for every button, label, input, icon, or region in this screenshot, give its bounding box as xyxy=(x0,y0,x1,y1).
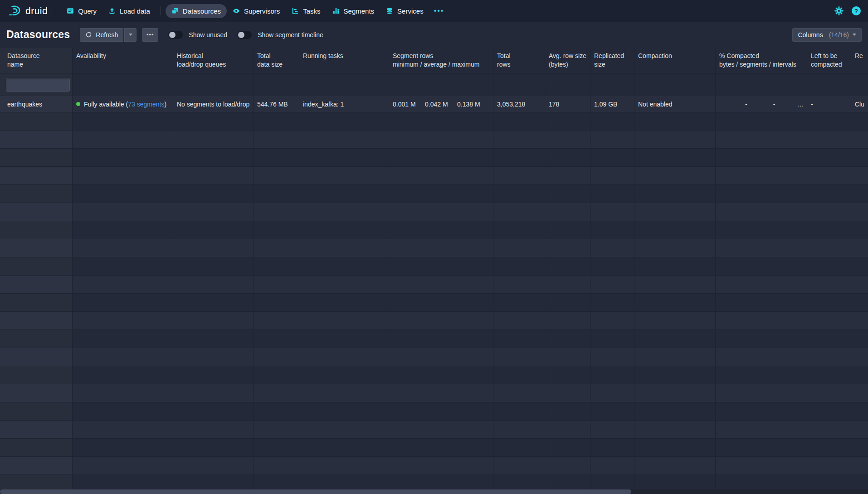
table-pad-cell xyxy=(851,457,868,475)
table-pad-cell xyxy=(254,112,299,130)
column-header-left-to-be[interactable]: Left to becompacted xyxy=(807,48,851,73)
table-pad-cell xyxy=(716,221,807,239)
toolbar-more-button[interactable]: ••• xyxy=(142,28,158,42)
nav-tab-label: Segments xyxy=(344,7,375,15)
table-pad-cell xyxy=(807,239,851,257)
table-pad-cell xyxy=(389,312,493,329)
table-pad-cell xyxy=(807,330,851,348)
column-header-re[interactable]: Re xyxy=(851,48,868,73)
filter-cell xyxy=(590,73,634,96)
table-pad-cell xyxy=(545,366,590,384)
table-pad-cell xyxy=(173,112,254,130)
page-title: Datasources xyxy=(6,29,70,41)
druid-logo[interactable]: druid xyxy=(8,5,48,17)
nav-tab-supervisors[interactable]: Supervisors xyxy=(227,4,286,18)
nav-tab-datasources[interactable]: Datasources xyxy=(166,4,227,18)
table-pad-cell xyxy=(0,185,73,203)
column-header-total[interactable]: Totalrows xyxy=(493,48,545,73)
column-header-replicated[interactable]: Replicatedsize xyxy=(590,48,634,73)
table-pad-cell xyxy=(590,330,634,348)
table-pad-cell xyxy=(73,384,173,402)
table-pad-cell xyxy=(634,239,716,257)
table-pad-cell xyxy=(299,439,389,456)
table-pad-cell xyxy=(634,348,716,366)
table-pad-cell xyxy=(590,112,634,130)
filter-cell xyxy=(545,73,590,96)
nav-tab-segments[interactable]: Segments xyxy=(327,4,380,18)
column-header-segment-rows[interactable]: Segment rowsminimum / average / maximum xyxy=(389,48,493,73)
table-pad-cell xyxy=(0,149,73,166)
horizontal-scrollbar-thumb[interactable] xyxy=(0,489,631,494)
table-pad-cell xyxy=(73,239,173,257)
datasources-table: DatasourcenameAvailabilityHistoricalload… xyxy=(0,48,868,494)
table-pad-cell xyxy=(299,112,389,130)
cell-total-rows: 3,053,218 xyxy=(493,96,545,112)
table-pad-cell xyxy=(299,294,389,311)
settings-gear-icon[interactable] xyxy=(834,6,844,15)
cell-total-data-size: 544.76 MB xyxy=(254,96,299,112)
segments-count-link[interactable]: 73 segments xyxy=(128,101,164,108)
table-pad-cell xyxy=(590,348,634,366)
table-row-earthquakes[interactable]: earthquakesFully available (73 segments)… xyxy=(0,96,868,112)
table-pad-row xyxy=(0,439,868,457)
table-pad-cell xyxy=(389,276,493,293)
table-pad-cell xyxy=(716,294,807,311)
show-segment-timeline-toggle[interactable]: Show segment timeline xyxy=(237,31,323,39)
column-header-availability[interactable]: Availability xyxy=(73,48,173,73)
table-pad-cell xyxy=(73,457,173,475)
table-pad-cell xyxy=(590,221,634,239)
table-pad-cell xyxy=(590,203,634,221)
table-pad-cell xyxy=(0,348,73,366)
table-pad-cell xyxy=(716,276,807,293)
nav-tab-query[interactable]: Query xyxy=(61,4,102,18)
table-pad-cell xyxy=(254,257,299,275)
datasource-name-filter-input[interactable] xyxy=(6,78,70,92)
table-pad-cell xyxy=(545,185,590,203)
table-pad-cell xyxy=(493,149,545,166)
refresh-button[interactable]: Refresh xyxy=(80,28,123,42)
table-pad-cell xyxy=(545,294,590,311)
refresh-interval-dropdown-button[interactable] xyxy=(124,28,137,42)
column-header-total[interactable]: Totaldata size xyxy=(254,48,299,73)
table-pad-cell xyxy=(807,149,851,166)
table-pad-cell xyxy=(73,276,173,293)
table-pad-cell xyxy=(299,366,389,384)
help-icon[interactable]: ? xyxy=(852,6,861,15)
table-pad-cell xyxy=(299,330,389,348)
table-pad-cell xyxy=(0,167,73,184)
show-unused-toggle[interactable]: Show unused xyxy=(168,31,227,39)
table-pad-cell xyxy=(0,239,73,257)
table-pad-cell xyxy=(493,402,545,420)
column-header-avg-row-size[interactable]: Avg. row size(bytes) xyxy=(545,48,590,73)
table-pad-cell xyxy=(173,203,254,221)
table-pad-rows xyxy=(0,112,868,493)
table-pad-cell xyxy=(493,221,545,239)
table-pad-cell xyxy=(0,221,73,239)
table-pad-cell xyxy=(389,439,493,456)
column-header-compaction[interactable]: Compaction xyxy=(634,48,716,73)
nav-tab-tasks[interactable]: Tasks xyxy=(286,4,326,18)
table-pad-cell xyxy=(389,257,493,275)
columns-dropdown-button[interactable]: Columns (14/16) xyxy=(792,28,862,42)
table-pad-cell xyxy=(299,167,389,184)
column-header-datasource[interactable]: Datasourcename xyxy=(0,48,73,73)
tasks-icon xyxy=(292,7,299,15)
table-pad-cell xyxy=(73,439,173,456)
table-pad-cell xyxy=(493,257,545,275)
nav-tab-services[interactable]: Services xyxy=(380,4,429,18)
cell-name: earthquakes xyxy=(0,96,73,112)
column-header-compacted[interactable]: % Compactedbytes / segments / intervals xyxy=(716,48,807,73)
cell-replicated-size: 1.09 GB xyxy=(590,96,634,112)
table-pad-cell xyxy=(634,384,716,402)
column-header-running-tasks[interactable]: Running tasks xyxy=(299,48,389,73)
table-pad-cell xyxy=(716,439,807,456)
table-pad-cell xyxy=(173,185,254,203)
table-pad-row xyxy=(0,457,868,475)
load-data-icon xyxy=(108,7,116,15)
table-pad-row xyxy=(0,257,868,276)
table-pad-cell xyxy=(389,330,493,348)
nav-more-button[interactable]: ••• xyxy=(429,7,449,15)
column-header-historical[interactable]: Historicalload/drop queues xyxy=(173,48,254,73)
table-pad-cell xyxy=(851,131,868,148)
nav-tab-load-data[interactable]: Load data xyxy=(102,4,156,18)
